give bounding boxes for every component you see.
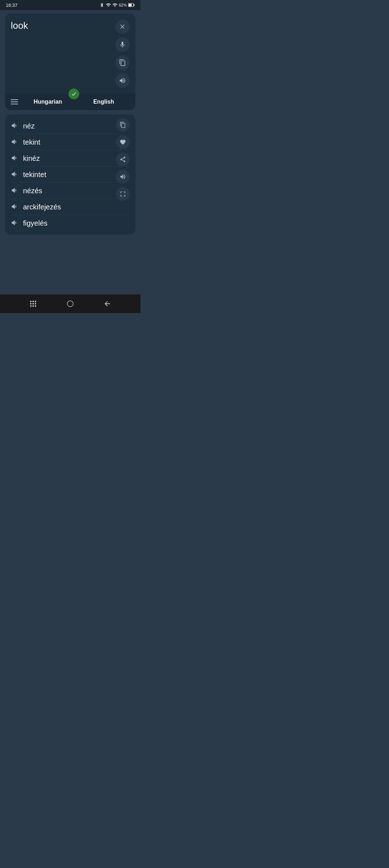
sound-icon-4[interactable] [11, 170, 19, 179]
volume-all-button[interactable] [116, 170, 130, 184]
language-selector: Hungarian English [18, 97, 130, 107]
target-language-button[interactable]: English [89, 97, 119, 107]
copy-all-button[interactable] [116, 118, 130, 132]
translation-word-5: nézés [23, 187, 130, 195]
translation-word-4: tekintet [23, 171, 130, 179]
sound-icon-1[interactable] [11, 122, 19, 130]
sound-icon-5[interactable] [11, 186, 19, 195]
clear-button[interactable] [115, 19, 130, 34]
sound-icon-3[interactable] [11, 154, 19, 163]
volume-icon [119, 77, 126, 84]
recents-icon [29, 300, 37, 308]
heart-icon [120, 139, 126, 145]
volume-all-icon [120, 173, 126, 180]
language-bar: Hungarian English [5, 94, 135, 110]
copy-icon [119, 59, 126, 66]
side-actions [116, 118, 130, 201]
status-icons: 62% [99, 3, 135, 8]
sound-icon-6[interactable] [11, 203, 19, 211]
signal-icon [112, 3, 117, 8]
input-area: look [5, 14, 135, 94]
translation-word-1: néz [23, 122, 130, 130]
sound-icon-7[interactable] [11, 219, 19, 227]
translation-word-6: arckifejezés [23, 203, 130, 211]
share-icon [120, 156, 126, 163]
list-item[interactable]: figyelés [11, 215, 130, 231]
input-actions [115, 19, 130, 88]
copy-button[interactable] [115, 55, 130, 70]
status-bar: 16:37 62% [0, 0, 140, 10]
close-icon [119, 23, 126, 30]
translation-word-2: tekint [23, 138, 130, 146]
mic-icon [119, 41, 126, 48]
list-item[interactable]: tekint [11, 134, 130, 150]
home-circle-icon [66, 300, 74, 308]
hamburger-button[interactable] [11, 99, 18, 104]
list-item[interactable]: arckifejezés [11, 199, 130, 215]
sound-icon-2[interactable] [11, 138, 19, 146]
bottom-navigation [0, 294, 140, 313]
back-icon [103, 300, 111, 308]
favorite-button[interactable] [116, 135, 130, 149]
battery-icon [128, 3, 135, 7]
svg-point-3 [67, 301, 73, 307]
source-language-button[interactable]: Hungarian [29, 97, 66, 107]
expand-icon [120, 191, 126, 197]
checkmark-indicator [68, 89, 79, 99]
battery-text: 62% [119, 3, 127, 7]
list-item[interactable]: tekintet [11, 167, 130, 183]
input-text[interactable]: look [11, 19, 115, 88]
translation-card: néz tekint kinéz tekintet nézés [5, 114, 135, 235]
expand-button[interactable] [116, 187, 130, 201]
home-button[interactable] [63, 297, 77, 311]
check-icon [71, 91, 77, 97]
list-item[interactable]: kinéz [11, 150, 130, 167]
sound-button[interactable] [115, 73, 130, 88]
mic-button[interactable] [115, 37, 130, 52]
copy-all-icon [120, 122, 126, 128]
translation-word-7: figyelés [23, 219, 130, 227]
wifi-icon [106, 3, 111, 8]
list-item[interactable]: néz [11, 118, 130, 134]
status-time: 16:37 [6, 3, 18, 8]
recents-button[interactable] [26, 297, 40, 311]
back-button[interactable] [100, 297, 115, 311]
bluetooth-icon [99, 3, 104, 8]
list-item[interactable]: nézés [11, 183, 130, 199]
svg-rect-1 [129, 4, 131, 6]
svg-rect-2 [134, 4, 134, 6]
input-card: look [5, 14, 135, 110]
translation-word-3: kinéz [23, 154, 130, 163]
main-content: look [0, 10, 140, 294]
share-button[interactable] [116, 153, 130, 166]
